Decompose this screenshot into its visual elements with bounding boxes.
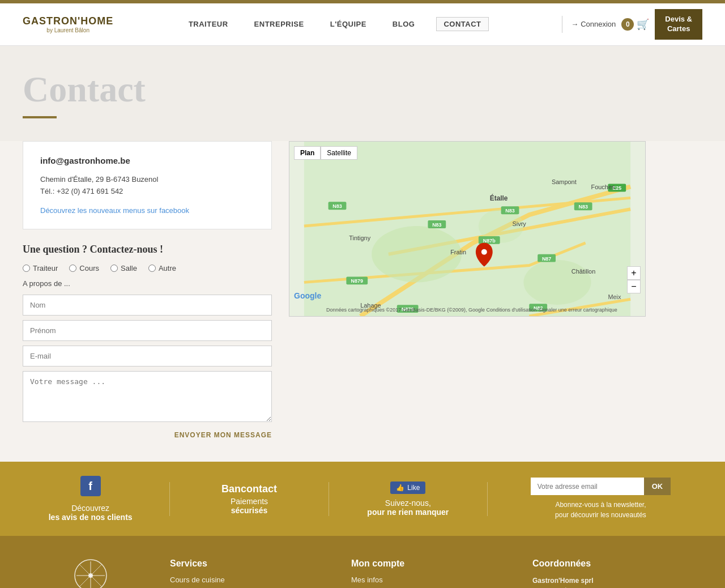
svg-text:Meix: Meix — [608, 293, 621, 300]
footer-divider-2 — [329, 482, 329, 516]
connexion-link[interactable]: → Connexion — [571, 20, 616, 28]
message-input[interactable] — [23, 371, 272, 422]
footer-bancontact: Bancontact Paiements sécurisés — [181, 483, 317, 515]
footer-facebook-line1: Découvrez — [71, 504, 109, 513]
footer-bottom: GASTRON'HOME by Laurent Bâlon Services C… — [0, 536, 725, 588]
main-nav: TRAITEUR ENTREPRISE L'ÉQUIPE BLOG CONTAC… — [184, 17, 489, 31]
map-credit: Données cartographiques ©2017 GeoBasis-D… — [326, 307, 617, 313]
logo-sub: by Laurent Bâlon — [46, 27, 89, 33]
svg-text:Sampont: Sampont — [552, 178, 577, 185]
logo-text: GASTRON'HOME — [23, 15, 113, 27]
svg-text:Tintigny: Tintigny — [349, 235, 370, 241]
like-box: 👍 Like — [390, 482, 425, 494]
footer-logo-area: GASTRON'HOME by Laurent Bâlon — [34, 559, 147, 588]
svg-text:Sivry: Sivry — [512, 220, 526, 227]
footer-like[interactable]: 👍 Like Suivez-nous, pour ne rien manquer — [340, 482, 476, 517]
email-input[interactable] — [23, 346, 272, 367]
newsletter-email-input[interactable] — [531, 478, 644, 495]
radio-group: Traiteur Cours Salle Autre — [23, 264, 272, 272]
cart-area: 0 🛒 — [621, 18, 649, 31]
cart-count[interactable]: 0 — [621, 18, 634, 31]
svg-text:N83: N83 — [332, 203, 342, 209]
svg-text:Châtillon: Châtillon — [572, 268, 595, 275]
contact-address: Chemin d'Étalle, 29 B-6743 Buzenol Tél.:… — [40, 174, 254, 198]
footer-col-compte: Mon compte Mes infos Panier CGV — [351, 559, 510, 588]
svg-text:Étalle: Étalle — [490, 194, 508, 202]
footer-cols: Services Cours de cuisine Traiteur évène… — [170, 559, 691, 588]
like-line2: pour ne rien manquer — [367, 508, 449, 517]
radio-autre[interactable]: Autre — [148, 264, 176, 272]
nav-lequipe[interactable]: L'ÉQUIPE — [326, 18, 371, 31]
svg-text:N83: N83 — [505, 208, 514, 214]
apropos-label: A propos de ... — [23, 279, 272, 288]
compte-link-infos[interactable]: Mes infos — [351, 576, 510, 584]
right-panel: N879 N83 N83 N83 N87b N87 E25 N82 — [289, 141, 646, 440]
radio-cours[interactable]: Cours — [69, 264, 99, 272]
svg-text:N83: N83 — [578, 204, 587, 210]
footer-col-coordonnees: Coordonnées Gastron'Home sprl Chemin d'É… — [532, 559, 691, 588]
svg-text:Fouches: Fouches — [591, 184, 615, 190]
zoom-in-button[interactable]: + — [627, 266, 641, 280]
main-content: info@gastronhome.be Chemin d'Étalle, 29 … — [0, 141, 725, 462]
map-controls: Plan Satellite — [294, 146, 357, 160]
facebook-link[interactable]: Découvrez les nouveaux menus sur faceboo… — [40, 206, 189, 215]
zoom-out-button[interactable]: − — [627, 280, 641, 293]
map-svg: N879 N83 N83 N83 N87b N87 E25 N82 — [289, 142, 645, 316]
content-grid: info@gastronhome.be Chemin d'Étalle, 29 … — [23, 141, 646, 440]
footer-logo-icon — [74, 559, 108, 588]
nav-blog[interactable]: BLOG — [388, 18, 420, 31]
connexion-icon: → — [571, 20, 578, 28]
contact-email: info@gastronhome.be — [40, 156, 254, 165]
bancontact-line1: Paiements — [231, 497, 268, 506]
svg-point-2 — [372, 226, 462, 282]
footer-divider-3 — [487, 482, 488, 516]
form-section: Une question ? Contactez-nous ! Traiteur… — [23, 244, 272, 439]
svg-point-3 — [523, 259, 591, 304]
coordonnees-company: Gastron'Home sprl — [532, 577, 594, 585]
page-title: Contact — [23, 69, 702, 110]
footer-facebook[interactable]: f Découvrez les avis de nos clients — [23, 476, 158, 522]
newsletter-input-row: OK — [531, 478, 671, 495]
left-panel: info@gastronhome.be Chemin d'Étalle, 29 … — [23, 141, 272, 440]
google-logo: Google — [294, 291, 321, 300]
form-title: Une question ? Contactez-nous ! — [23, 244, 272, 255]
newsletter-area: OK Abonnez-vous à la newsletter, pour dé… — [499, 478, 702, 520]
services-title: Services — [170, 559, 329, 569]
services-link-cours[interactable]: Cours de cuisine — [170, 576, 329, 584]
like-thumb-icon: 👍 — [396, 484, 404, 492]
svg-text:N87: N87 — [542, 255, 551, 261]
radio-traiteur[interactable]: Traiteur — [23, 264, 58, 272]
header-separator — [562, 16, 562, 33]
svg-text:N879: N879 — [351, 278, 363, 284]
header-right: → Connexion 0 🛒 Devis & Cartes — [559, 9, 702, 40]
map-zoom: + − — [627, 266, 641, 293]
nom-input[interactable] — [23, 295, 272, 316]
header: GASTRON'HOME by Laurent Bâlon TRAITEUR E… — [0, 3, 725, 46]
nav-entreprise[interactable]: ENTREPRISE — [250, 18, 309, 31]
address-line1: Chemin d'Étalle, 29 B-6743 Buzenol — [40, 175, 158, 184]
radio-salle[interactable]: Salle — [110, 264, 137, 272]
facebook-icon: f — [80, 476, 101, 496]
nav-contact[interactable]: CONTACT — [436, 17, 488, 31]
address-line2: Tél.: +32 (0) 471 691 542 — [40, 187, 123, 195]
hero-underline — [23, 116, 57, 118]
footer-col-services: Services Cours de cuisine Traiteur évène… — [170, 559, 329, 588]
devis-button[interactable]: Devis & Cartes — [655, 9, 702, 40]
footer-top: f Découvrez les avis de nos clients Banc… — [0, 462, 725, 536]
map-container[interactable]: N879 N83 N83 N83 N87b N87 E25 N82 — [289, 141, 646, 317]
cart-icon[interactable]: 🛒 — [637, 18, 649, 31]
nav-traiteur[interactable]: TRAITEUR — [184, 18, 233, 31]
compte-title: Mon compte — [351, 559, 510, 569]
submit-button[interactable]: ENVOYER MON MESSAGE — [174, 431, 272, 439]
logo[interactable]: GASTRON'HOME by Laurent Bâlon — [23, 15, 113, 33]
hero-section: Contact — [0, 46, 725, 141]
coordonnees-title: Coordonnées — [532, 559, 691, 569]
like-line1: Suivez-nous, — [385, 498, 431, 508]
prenom-input[interactable] — [23, 320, 272, 341]
map-btn-satellite[interactable]: Satellite — [321, 146, 357, 160]
map-btn-plan[interactable]: Plan — [294, 146, 321, 160]
connexion-label: Connexion — [581, 20, 616, 28]
footer-facebook-line2: les avis de nos clients — [49, 513, 133, 522]
newsletter-submit-button[interactable]: OK — [644, 478, 671, 495]
footer-divider-1 — [169, 482, 170, 516]
